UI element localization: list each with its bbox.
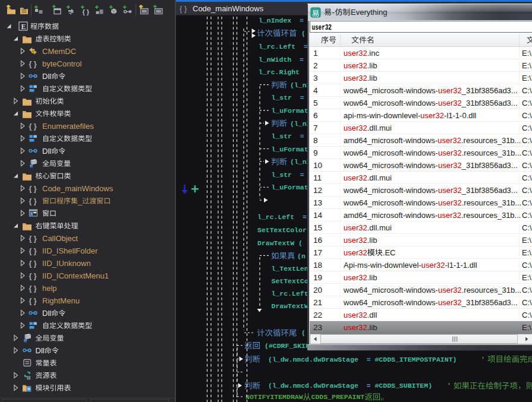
svg-text:C:\: C:\ <box>522 124 532 132</box>
svg-text:Everything: Everything <box>351 8 387 17</box>
svg-text:E:\: E:\ <box>522 61 531 70</box>
svg-text:user32.dll.mui: user32.dll.mui <box>344 173 392 182</box>
svg-text:wow64_microsoft-windows-user32: wow64_microsoft-windows-user32.resources… <box>343 148 521 157</box>
svg-text:23: 23 <box>313 323 322 332</box>
svg-text:user32: user32 <box>344 248 367 257</box>
svg-text:C:\: C:\ <box>522 86 532 95</box>
svg-text:wow64_microsoft-windows-user32: wow64_microsoft-windows-user32_31bf3856a… <box>343 99 518 107</box>
svg-text:user32: user32 <box>312 24 332 32</box>
svg-text:18: 18 <box>313 261 322 270</box>
svg-text:C:\: C:\ <box>522 298 532 307</box>
svg-text:15: 15 <box>313 223 322 232</box>
svg-text:wow64_microsoft-windows-user32: wow64_microsoft-windows-user32_31bf3856a… <box>343 161 518 170</box>
svg-text:C:\: C:\ <box>522 311 532 319</box>
svg-text:C:\: C:\ <box>522 261 532 270</box>
svg-text:12: 12 <box>313 186 322 195</box>
svg-text:user32.lib: user32.lib <box>344 273 377 282</box>
svg-text:user32.lib: user32.lib <box>344 236 377 245</box>
svg-text:user32.lib: user32.lib <box>344 74 377 83</box>
svg-text:wow64_microsoft-windows-user32: wow64_microsoft-windows-user32_31bf3856a… <box>343 86 518 95</box>
svg-text:wow64_microsoft-windows-user32: wow64_microsoft-windows-user32_31bf3856a… <box>343 298 518 307</box>
svg-text:13: 13 <box>313 198 322 207</box>
svg-text:user32.lib: user32.lib <box>344 61 377 70</box>
svg-text:4: 4 <box>313 86 318 95</box>
svg-text:wow64_microsoft-windows-user32: wow64_microsoft-windows-user32.resources… <box>343 286 521 295</box>
svg-text:C:\: C:\ <box>522 223 532 232</box>
svg-text:-: - <box>332 8 335 17</box>
svg-text:22: 22 <box>313 311 322 319</box>
svg-text:C:\: C:\ <box>522 148 532 157</box>
svg-text:C:\: C:\ <box>522 198 532 207</box>
svg-text:C:\: C:\ <box>522 161 532 170</box>
svg-text:E:\: E:\ <box>522 248 531 257</box>
svg-text:9: 9 <box>313 148 318 157</box>
svg-text:2: 2 <box>313 61 318 70</box>
svg-text:amd64_microsoft-windows-user32: amd64_microsoft-windows-user32.resources… <box>344 211 521 220</box>
svg-text:C:\: C:\ <box>522 186 532 195</box>
svg-text:20: 20 <box>313 286 322 295</box>
svg-text:19: 19 <box>313 273 322 282</box>
svg-text:7: 7 <box>313 124 318 132</box>
svg-text:10: 10 <box>313 161 322 170</box>
svg-text:C:\: C:\ <box>522 286 532 295</box>
svg-text:14: 14 <box>313 211 323 220</box>
svg-text:1: 1 <box>313 49 318 58</box>
svg-text:user32.dll: user32.dll <box>344 311 377 319</box>
svg-text:user32.dll.mui: user32.dll.mui <box>344 223 392 232</box>
svg-text:E:\: E:\ <box>522 49 531 58</box>
svg-text:11: 11 <box>313 173 322 182</box>
svg-text:wow64_microsoft-windows-user32: wow64_microsoft-windows-user32.resources… <box>343 198 521 207</box>
svg-text:C:\: C:\ <box>522 136 532 145</box>
svg-text:21: 21 <box>313 298 322 307</box>
svg-text:Api-ms-win-downlevel-user32-l1: Api-ms-win-downlevel-user32-l1-1-1.dll <box>344 261 477 270</box>
svg-text:8: 8 <box>313 136 318 145</box>
svg-text:6: 6 <box>313 111 318 120</box>
svg-text:wow64_microsoft-windows-user32: wow64_microsoft-windows-user32_31bf3856a… <box>343 186 518 195</box>
svg-text:C:\: C:\ <box>522 211 532 220</box>
svg-text:user32.lib: user32.lib <box>344 323 377 332</box>
svg-text:.EC: .EC <box>383 248 396 257</box>
svg-text:api-ms-win-downlevel-user32-l1: api-ms-win-downlevel-user32-l1-1-0.dll <box>344 111 476 120</box>
svg-text:C:\: C:\ <box>522 111 532 120</box>
svg-text:E:\: E:\ <box>522 323 531 332</box>
svg-text:amd64_microsoft-windows-user32: amd64_microsoft-windows-user32.resources… <box>344 136 521 145</box>
svg-text:user32.dll.mui: user32.dll.mui <box>344 124 392 132</box>
svg-text:C:\: C:\ <box>522 99 532 107</box>
svg-text:E:\: E:\ <box>522 236 531 245</box>
svg-text:3: 3 <box>313 74 318 83</box>
svg-text:user32.inc: user32.inc <box>344 49 379 58</box>
svg-text:E:\: E:\ <box>522 273 531 282</box>
svg-text:16: 16 <box>313 236 322 245</box>
svg-text:E:\: E:\ <box>522 74 531 83</box>
svg-text:C:\: C:\ <box>522 173 532 182</box>
svg-text:5: 5 <box>313 99 318 107</box>
svg-text:17: 17 <box>313 248 322 257</box>
